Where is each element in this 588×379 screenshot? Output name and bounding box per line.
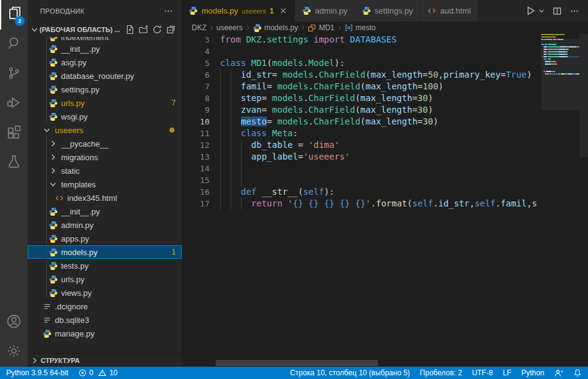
status-encoding[interactable]: UTF-8 [472,369,493,377]
code-token: . [261,35,266,44]
code-token: {} [308,198,319,208]
indent-guide [241,174,242,186]
tree-item-wsgi.py[interactable]: wsgi.py [28,110,182,123]
breadcrumb-item-md1[interactable]: MD1 [308,23,334,32]
breadcrumb-item-dkz[interactable]: DKZ [192,23,206,32]
horizontal-scrollbar[interactable] [216,360,378,366]
minimap-line [558,54,565,55]
tree-item-apps.py[interactable]: apps.py [28,232,182,245]
code-token: . [314,70,319,79]
line-number: 10 [182,116,220,128]
breadcrumb-item-useeers[interactable]: useeers [216,23,243,32]
workspace-section-header[interactable]: (РАБОЧАЯ ОБЛАСТЬ) ... [28,22,182,37]
status-label: UTF-8 [472,369,493,377]
status-indentation[interactable]: Пробелов: 2 [420,369,462,377]
minimap-line [555,44,557,45]
tree-item-admin.py[interactable]: admin.py [28,218,182,232]
activity-explorer[interactable]: 2 [0,0,28,30]
activity-run-and-debug[interactable] [0,89,28,118]
tree-item-indexelement[interactable]: indexelement [28,37,182,42]
activity-testing[interactable] [0,148,28,177]
minimap[interactable] [541,34,579,231]
code-text: id_str= models.CharField(max_length=50,p… [220,69,541,81]
tab-problem-badge: 1 [269,7,274,15]
code-line: 3from DKZ.settings import DATABASES [182,34,541,46]
tree-item-__pycache__[interactable]: __pycache__ [28,137,182,150]
activity-source-control[interactable] [0,59,28,89]
code-token: primary_key [444,70,501,79]
tree-item-templates[interactable]: templates [28,177,182,191]
breadcrumb-item-models.py[interactable]: models.py [253,23,298,33]
tab-admin.py[interactable]: admin.py [295,0,355,22]
status-eol[interactable]: LF [503,369,512,377]
refresh-icon[interactable] [152,25,162,35]
activity-extensions[interactable] [0,118,28,148]
code-text [220,174,541,186]
code-editor[interactable]: 3from DKZ.settings import DATABASES45cla… [182,34,588,367]
activity-accounts[interactable] [0,308,28,337]
indent-guide [231,128,231,139]
line-number: 9 [182,104,220,116]
new-file-icon[interactable] [125,25,135,35]
problem-count-badge: 1 [171,248,176,256]
tree-item-manage.py[interactable]: manage.py [28,327,182,340]
sidebar-more-actions-icon[interactable] [163,6,173,16]
activity-search[interactable] [0,30,28,59]
tab-models.py[interactable]: models.pyuseeers1 [182,0,295,22]
tab-aud.html[interactable]: aud.html [420,0,478,22]
indent-guide [220,198,221,210]
status-python-interpreter[interactable]: Python 3.9.5 64-bit [6,369,68,377]
status-feedback[interactable] [554,369,563,378]
tree-item-static[interactable]: static [28,164,182,177]
collapse-all-icon[interactable] [166,25,176,35]
activity-badge: 2 [15,16,25,26]
new-folder-icon[interactable] [139,25,149,35]
python-file-icon [48,220,58,230]
split-editor-icon[interactable] [552,6,562,16]
chevron-right-icon [336,24,343,31]
code-token: CharField [319,70,365,79]
tree-item-useeers[interactable]: useeers [28,123,182,137]
status-notifications[interactable] [573,369,582,377]
status-cursor-position[interactable]: Строка 10, столбец 10 (выбрано 5) [290,369,410,377]
close-icon[interactable] [279,6,288,15]
error-count: 0 [89,369,94,377]
vertical-scrollbar[interactable] [579,34,588,157]
tree-item-label: manage.py [55,329,94,338]
code-line: 14 [182,163,541,174]
minimap-line [556,73,557,75]
tree-item-database_roouter.py[interactable]: database_roouter.py [28,69,182,83]
tree-item-label: indexelement [61,37,108,42]
tree-item-settings.py[interactable]: settings.py [28,83,182,96]
tree-item-index345.html[interactable]: index345.html [28,191,182,205]
breadcrumb-item-mesto[interactable]: mesto [345,23,376,32]
tree-item-__init__.py[interactable]: __init__.py [28,205,182,218]
tree-item-urls.py[interactable]: urls.py [28,272,182,286]
indent-guide [231,198,231,210]
minimap-line [552,73,553,75]
tree-item-__init__.py[interactable]: __init__.py [28,42,182,55]
status-language-mode[interactable]: Python [521,369,544,377]
tree-indent-guide [46,136,47,298]
code-token: s [532,198,537,208]
tab-settings.py[interactable]: settings.py [355,0,420,22]
more-actions-icon[interactable] [570,6,579,16]
tree-item-migrations[interactable]: migrations [28,150,182,164]
code-text: zvan= models.CharField(max_length=30) [220,104,541,116]
minimap-line [545,73,549,75]
tree-item-db.sqlite3[interactable]: db.sqlite3 [28,313,182,327]
tree-item-models.py[interactable]: models.py1 [28,245,182,259]
tree-item-tests.py[interactable]: tests.py [28,259,182,272]
tree-item-asgi.py[interactable]: asgi.py [28,55,182,69]
status-problems[interactable]: 010 [78,369,118,377]
tree-item-urls.py[interactable]: urls.py7 [28,96,182,110]
tree-item-.dcignore[interactable]: .dcignore [28,300,182,313]
outline-section-header[interactable]: СТРУКТУРА [28,353,182,367]
run-dropdown-icon[interactable] [538,7,545,14]
tree-item-views.py[interactable]: views.py [28,286,182,300]
activity-manage[interactable] [0,337,28,367]
warning-count: 10 [109,369,117,377]
indent-guide [220,174,221,186]
problem-count-badge: 7 [171,99,176,107]
run-python-file-icon[interactable] [525,6,536,16]
